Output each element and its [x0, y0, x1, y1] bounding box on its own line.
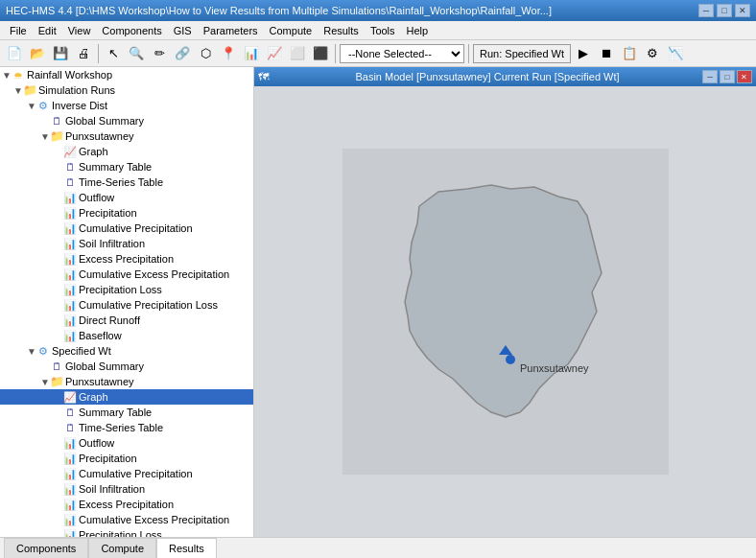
menu-help[interactable]: Help: [401, 23, 435, 38]
new-button[interactable]: 📄: [4, 43, 25, 64]
expand-inverse-dist[interactable]: ▼: [27, 101, 36, 111]
tree-item-cumulative-precip-1[interactable]: 📊Cumulative Precipitation: [0, 221, 253, 236]
tree-item-precip-loss-2[interactable]: 📊Precipitation Loss: [0, 527, 253, 537]
icon-global-summary-1: 🗒: [50, 114, 63, 128]
menu-file[interactable]: File: [4, 23, 33, 38]
menu-edit[interactable]: Edit: [33, 23, 62, 38]
menu-compute[interactable]: Compute: [264, 23, 319, 38]
root-expand[interactable]: ▼: [2, 70, 12, 81]
tree-item-excess-precip-1[interactable]: 📊Excess Precipitation: [0, 251, 253, 267]
results-icon[interactable]: 📋: [619, 43, 640, 64]
select-tool[interactable]: ↖: [103, 43, 124, 64]
map-maximize-button[interactable]: □: [720, 70, 735, 83]
label-inverse-dist: Inverse Dist: [52, 100, 107, 111]
tree-item-cumulative-precip-loss-1[interactable]: 📊Cumulative Precipitation Loss: [0, 297, 253, 313]
tree-item-precipitation-1[interactable]: 📊Precipitation: [0, 205, 253, 221]
label-soil-infiltration-2: Soil Infiltration: [79, 483, 145, 495]
maximize-button[interactable]: □: [717, 4, 732, 17]
expand-punxsutawney-1[interactable]: ▼: [40, 131, 50, 142]
tree-item-global-summary-1[interactable]: 🗒Global Summary: [0, 113, 253, 128]
label-sim-runs: Simulation Runs: [38, 84, 115, 96]
close-button[interactable]: ✕: [735, 4, 750, 17]
settings-icon[interactable]: ⚙: [642, 43, 663, 64]
tool-9[interactable]: ⬜: [287, 43, 308, 64]
tab-components[interactable]: Components: [4, 538, 88, 559]
icon-graph-1: 📈: [63, 145, 77, 158]
map-title-icon: 🗺: [258, 71, 269, 82]
map-controls: ─ □ ✕: [702, 70, 752, 83]
label-cumulative-excess-1: Cumulative Excess Precipitation: [79, 268, 229, 280]
expand-specified-wt[interactable]: ▼: [27, 346, 36, 357]
tab-results[interactable]: Results: [156, 538, 217, 559]
menu-gis[interactable]: GIS: [168, 23, 198, 38]
label-summary-table-1: Summary Table: [79, 161, 152, 173]
chart-icon[interactable]: 📉: [665, 43, 686, 64]
tool-5[interactable]: ⬡: [195, 43, 216, 64]
tree-root[interactable]: ▼ 🌧 Rainfall Workshop: [0, 67, 253, 82]
tree-item-outflow-1[interactable]: 📊Outflow: [0, 190, 253, 205]
tree-item-graph-2[interactable]: 📈Graph: [0, 389, 253, 405]
tree-item-cumulative-excess-2[interactable]: 📊Cumulative Excess Precipitation: [0, 512, 253, 527]
map-minimize-button[interactable]: ─: [702, 70, 718, 83]
left-panel: ▼ 🌧 Rainfall Workshop ▼📁Simulation Runs▼…: [0, 67, 254, 537]
expand-sim-runs[interactable]: ▼: [13, 85, 23, 96]
tool-6[interactable]: 📍: [218, 43, 239, 64]
tree-item-precip-loss-1[interactable]: 📊Precipitation Loss: [0, 282, 253, 297]
tree-item-global-summary-2[interactable]: 🗒Global Summary: [0, 359, 253, 374]
tree-item-precipitation-2[interactable]: 📊Precipitation: [0, 451, 253, 466]
tree-item-excess-precip-2[interactable]: 📊Excess Precipitation: [0, 497, 253, 512]
tab-compute[interactable]: Compute: [88, 538, 156, 559]
label-summary-table-2: Summary Table: [79, 407, 152, 418]
label-baseflow-1: Baseflow: [79, 330, 122, 341]
label-outflow-1: Outflow: [79, 192, 114, 203]
minimize-button[interactable]: ─: [698, 4, 714, 17]
menu-results[interactable]: Results: [318, 23, 365, 38]
icon-specified-wt: ⚙: [36, 344, 50, 358]
map-close-button[interactable]: ✕: [737, 70, 752, 83]
tree-item-soil-infiltration-2[interactable]: 📊Soil Infiltration: [0, 481, 253, 497]
tree-item-direct-runoff-1[interactable]: 📊Direct Runoff: [0, 313, 253, 328]
run-button[interactable]: Run: Specified Wt: [473, 44, 571, 63]
run-icon[interactable]: ▶: [573, 43, 594, 64]
tree-item-specified-wt[interactable]: ▼⚙Specified Wt: [0, 343, 253, 359]
tree-item-time-series-table-2[interactable]: 🗒Time-Series Table: [0, 420, 253, 435]
tree-item-baseflow-1[interactable]: 📊Baseflow: [0, 328, 253, 343]
tree-item-sim-runs[interactable]: ▼📁Simulation Runs: [0, 82, 253, 98]
tool-2[interactable]: 🔍: [126, 43, 147, 64]
icon-graph-2: 📈: [63, 390, 77, 404]
app-title: HEC-HMS 4.4 [D:\HMS Workshop\How to View…: [6, 5, 552, 16]
label-cumulative-precip-2: Cumulative Precipitation: [79, 468, 193, 479]
none-selected-dropdown[interactable]: --None Selected--: [340, 44, 464, 63]
label-graph-1: Graph: [79, 146, 108, 157]
tool-7[interactable]: 📊: [241, 43, 262, 64]
menu-view[interactable]: View: [62, 23, 97, 38]
label-precipitation-2: Precipitation: [79, 453, 137, 464]
tree-item-soil-infiltration-1[interactable]: 📊Soil Infiltration: [0, 236, 253, 251]
tree-item-summary-table-1[interactable]: 🗒Summary Table: [0, 159, 253, 174]
menu-parameters[interactable]: Parameters: [198, 23, 264, 38]
tree-item-punxsutawney-1[interactable]: ▼📁Punxsutawney: [0, 128, 253, 144]
tool-10[interactable]: ⬛: [310, 43, 331, 64]
tree-item-summary-table-2[interactable]: 🗒Summary Table: [0, 405, 253, 420]
menu-components[interactable]: Components: [96, 23, 167, 38]
icon-precipitation-1: 📊: [63, 206, 77, 220]
print-button[interactable]: 🖨: [73, 43, 94, 64]
tree-item-punxsutawney-2[interactable]: ▼📁Punxsutawney: [0, 374, 253, 389]
tree-item-outflow-2[interactable]: 📊Outflow: [0, 435, 253, 451]
stop-icon[interactable]: ⏹: [596, 43, 617, 64]
tree-item-inverse-dist[interactable]: ▼⚙Inverse Dist: [0, 98, 253, 113]
tool-8[interactable]: 📈: [264, 43, 285, 64]
tree-item-cumulative-excess-1[interactable]: 📊Cumulative Excess Precipitation: [0, 267, 253, 282]
tree-item-cumulative-precip-2[interactable]: 📊Cumulative Precipitation: [0, 466, 253, 481]
menu-tools[interactable]: Tools: [365, 23, 401, 38]
open-button[interactable]: 📂: [27, 43, 48, 64]
label-graph-2: Graph: [79, 391, 108, 403]
status-bar: Components Compute Results: [0, 537, 756, 558]
tree-item-graph-1[interactable]: 📈Graph: [0, 144, 253, 159]
tool-3[interactable]: ✏: [149, 43, 170, 64]
save-button[interactable]: 💾: [50, 43, 71, 64]
tree-item-time-series-table-1[interactable]: 🗒Time-Series Table: [0, 174, 253, 190]
expand-punxsutawney-2[interactable]: ▼: [40, 377, 50, 387]
icon-cumulative-precip-1: 📊: [63, 221, 77, 235]
tool-4[interactable]: 🔗: [172, 43, 193, 64]
